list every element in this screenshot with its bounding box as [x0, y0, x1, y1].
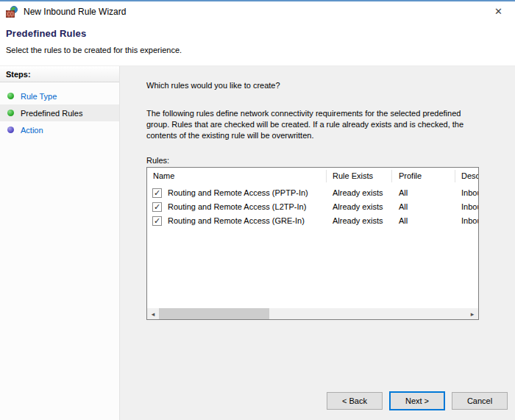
rule-description-value: Inbou [461, 202, 478, 211]
next-button[interactable]: Next > [389, 391, 445, 410]
rule-name: Routing and Remote Access (PPTP-In) [168, 188, 308, 197]
wizard-body: Steps: Rule Type Predefined Rules Action… [0, 66, 515, 420]
rule-exists-value: Already exists [333, 188, 383, 197]
sidebar-item-predefined-rules[interactable]: Predefined Rules [0, 104, 119, 121]
page-title: Predefined Rules [6, 28, 508, 39]
rule-profile-value: All [399, 188, 408, 197]
sidebar-item-rule-type[interactable]: Rule Type [0, 88, 119, 104]
wizard-header: Predefined Rules Select the rules to be … [0, 21, 515, 66]
step-current-bullet-icon [7, 110, 14, 116]
sidebar-item-label: Predefined Rules [21, 109, 82, 118]
page-subtitle: Select the rules to be created for this … [6, 46, 508, 54]
column-separator[interactable] [455, 170, 455, 182]
sidebar-item-action[interactable]: Action [0, 121, 119, 138]
scroll-right-arrow-icon[interactable]: ▸ [466, 308, 478, 319]
table-row[interactable]: ✓ Routing and Remote Access (L2TP-In) Al… [147, 200, 478, 214]
rule-profile-value: All [399, 202, 408, 211]
horizontal-scrollbar[interactable]: ◂ ▸ [147, 308, 478, 319]
sidebar-item-label: Rule Type [21, 92, 57, 101]
list-column-header: Name Rule Exists Profile Desc [147, 168, 478, 185]
window-title: New Inbound Rule Wizard [24, 7, 126, 17]
steps-title: Steps: [0, 66, 119, 82]
column-header-description[interactable]: Desc [461, 171, 478, 180]
list-rows: ✓ Routing and Remote Access (PPTP-In) Al… [147, 186, 478, 228]
column-header-rule-exists[interactable]: Rule Exists [333, 171, 373, 180]
main-panel: Which rules would you like to create? Th… [120, 66, 515, 420]
table-row[interactable]: ✓ Routing and Remote Access (PPTP-In) Al… [147, 186, 478, 200]
rule-description-value: Inbou [461, 216, 478, 225]
steps-sidebar: Steps: Rule Type Predefined Rules Action [0, 66, 120, 420]
column-separator[interactable] [391, 170, 392, 182]
rules-label: Rules: [146, 156, 169, 165]
firewall-icon [6, 6, 19, 18]
step-completed-bullet-icon [7, 93, 14, 99]
sidebar-item-label: Action [21, 126, 43, 135]
rule-exists-value: Already exists [333, 216, 383, 225]
rule-name: Routing and Remote Access (GRE-In) [168, 216, 305, 225]
table-row[interactable]: ✓ Routing and Remote Access (GRE-In) Alr… [147, 214, 478, 228]
rule-description-value: Inbou [461, 188, 478, 197]
column-separator[interactable] [326, 170, 327, 182]
rules-listbox: Name Rule Exists Profile Desc ✓ Routing … [146, 167, 479, 320]
close-button[interactable]: ✕ [482, 1, 515, 21]
scroll-left-arrow-icon[interactable]: ◂ [147, 308, 159, 319]
rule-name: Routing and Remote Access (L2TP-In) [168, 202, 306, 211]
description-text: The following rules define network conne… [146, 108, 485, 141]
step-upcoming-bullet-icon [7, 127, 14, 133]
column-header-profile[interactable]: Profile [399, 171, 422, 180]
scrollbar-thumb[interactable] [159, 308, 269, 319]
rule-checkbox[interactable]: ✓ [152, 188, 162, 198]
rule-profile-value: All [399, 216, 408, 225]
back-button[interactable]: < Back [327, 392, 383, 410]
rule-checkbox[interactable]: ✓ [152, 216, 162, 226]
wizard-buttons: < Back Next > Cancel [327, 392, 508, 410]
cancel-button[interactable]: Cancel [452, 392, 508, 410]
question-text: Which rules would you like to create? [146, 81, 280, 90]
steps-list: Rule Type Predefined Rules Action [0, 88, 119, 138]
rule-exists-value: Already exists [333, 202, 383, 211]
titlebar: New Inbound Rule Wizard ✕ [0, 1, 515, 21]
rule-checkbox[interactable]: ✓ [152, 202, 162, 212]
column-header-name[interactable]: Name [153, 171, 174, 180]
new-inbound-rule-wizard-window: New Inbound Rule Wizard ✕ Predefined Rul… [0, 0, 515, 420]
